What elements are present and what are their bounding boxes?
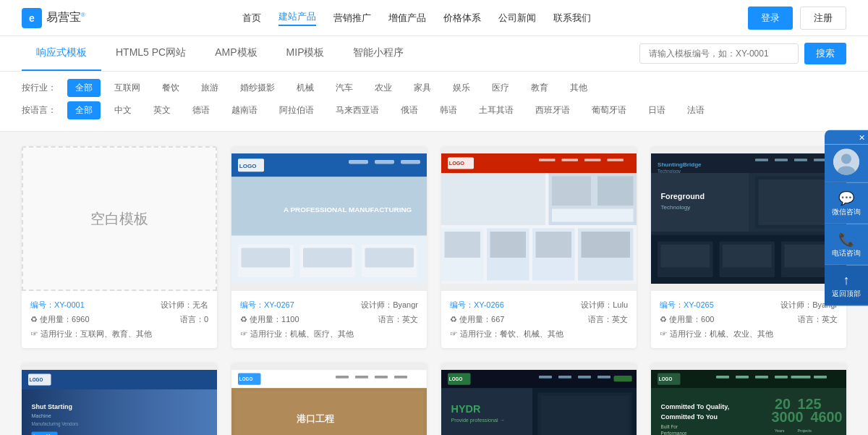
industry-tag-all[interactable]: 全部: [67, 79, 101, 97]
thumb-xy0266[interactable]: LOGO: [441, 146, 637, 291]
avatar-icon: [833, 148, 859, 174]
svg-rect-42: [794, 159, 807, 161]
thumb-svg-xy0262: LOGO HYDR Provide professional → PRODUCT…: [441, 363, 637, 435]
float-phone[interactable]: 📞 电话咨询: [825, 224, 868, 265]
industry-tag-agriculture[interactable]: 农业: [367, 79, 400, 97]
language-tag-russian[interactable]: 俄语: [393, 101, 426, 119]
card-language-xy0265: 语言：英文: [798, 313, 838, 327]
float-close-btn[interactable]: ✕: [825, 130, 868, 144]
industry-tag-education[interactable]: 教育: [523, 79, 556, 97]
svg-rect-4: [349, 160, 368, 164]
svg-rect-35: [582, 232, 631, 258]
svg-text:LOGO: LOGO: [449, 160, 465, 166]
language-tag-english[interactable]: 英文: [145, 101, 179, 119]
tab-html5[interactable]: HTML5 PC网站: [101, 36, 200, 71]
filters: 按行业： 全部 互联网 餐饮 旅游 婚纱摄影 机械 汽车 农业 家具 娱乐 医疗…: [0, 72, 868, 132]
language-tag-chinese[interactable]: 中文: [106, 101, 140, 119]
svg-rect-6: [401, 160, 420, 164]
blank-thumb[interactable]: 空白模板: [22, 146, 217, 291]
nav-marketing[interactable]: 营销推广: [333, 12, 371, 25]
thumb-xy0265[interactable]: ShuntingBridge Technology Foreground Tec…: [651, 146, 846, 291]
search-button[interactable]: 搜索: [804, 43, 846, 64]
tab-mip[interactable]: MIP模板: [272, 36, 339, 71]
card-language-xy0001: 语言：0: [180, 313, 208, 327]
card-language-xy0266: 语言：英文: [588, 313, 628, 327]
card-usage-xy0001: ♻ 使用量：6960: [30, 313, 90, 327]
language-tag-french[interactable]: 法语: [679, 101, 712, 119]
register-button[interactable]: 注册: [800, 7, 846, 30]
language-tag-all[interactable]: 全部: [67, 101, 101, 119]
industry-tag-furniture[interactable]: 家具: [406, 79, 439, 97]
svg-text:LOGO: LOGO: [239, 377, 253, 382]
svg-point-156: [841, 153, 851, 164]
thumb-xy0260[interactable]: LOGO Committed To Quality, Committed To …: [651, 363, 846, 435]
card-info-xy0267: 编号：XY-0267 设计师：Byangr ♻ 使用量：1100 语言：英文 ☞…: [231, 291, 427, 348]
card-language-xy0267: 语言：英文: [378, 313, 418, 327]
industry-tag-entertainment[interactable]: 娱乐: [445, 79, 478, 97]
industry-tag-car[interactable]: 汽车: [328, 79, 361, 97]
svg-rect-104: [578, 376, 591, 379]
float-wechat-label: 微信咨询: [827, 207, 865, 216]
language-tag-german[interactable]: 德语: [184, 101, 218, 119]
template-card-xy0262: LOGO HYDR Provide professional → PRODUCT…: [441, 363, 637, 435]
float-back-top[interactable]: ↑ 返回顶部: [825, 265, 868, 305]
language-tag-japanese[interactable]: 日语: [640, 101, 673, 119]
industry-tag-medical[interactable]: 医疗: [484, 79, 517, 97]
nav-products[interactable]: 建站产品: [278, 10, 316, 26]
svg-text:ShuntingBridge: ShuntingBridge: [658, 161, 702, 168]
industry-tag-other[interactable]: 其他: [562, 79, 595, 97]
language-filter-row: 按语言： 全部 中文 英文 德语 越南语 阿拉伯语 马来西亚语 俄语 韩语 土耳…: [22, 101, 846, 119]
industry-tag-internet[interactable]: 互联网: [106, 79, 148, 97]
nav-news[interactable]: 公司新闻: [498, 12, 536, 25]
svg-text:Machine: Machine: [32, 413, 51, 419]
float-wechat[interactable]: 💬 微信咨询: [825, 182, 868, 224]
svg-rect-46: [651, 173, 749, 232]
logo-icon: e: [22, 8, 42, 28]
language-tag-vietnamese[interactable]: 越南语: [224, 101, 265, 119]
close-icon: ✕: [859, 132, 865, 141]
card-designer-xy0267: 设计师：Byangr: [361, 298, 418, 313]
language-tag-malay[interactable]: 马来西亚语: [328, 101, 387, 119]
tab-miniapp[interactable]: 智能小程序: [339, 36, 418, 71]
nav-value[interactable]: 增值产品: [388, 12, 426, 25]
industry-tag-machinery[interactable]: 机械: [289, 79, 322, 97]
industry-tag-food[interactable]: 餐饮: [154, 79, 187, 97]
svg-text:LOGO: LOGO: [239, 163, 257, 169]
svg-rect-106: [614, 376, 632, 381]
industry-tag-photo[interactable]: 婚纱摄影: [232, 79, 283, 97]
language-tag-korean[interactable]: 韩语: [432, 101, 465, 119]
card-industry-xy0266: ☞ 适用行业：餐饮、机械、其他: [450, 327, 628, 342]
nav-home[interactable]: 首页: [242, 12, 261, 25]
thumb-xy0263[interactable]: LOGO 港口工程 港口设施 工程案例: [231, 363, 427, 435]
tab-responsive[interactable]: 响应式模板: [22, 36, 101, 71]
card-industry-xy0265: ☞ 适用行业：机械、农业、其他: [660, 327, 838, 342]
svg-rect-105: [597, 376, 610, 379]
svg-rect-85: [375, 376, 388, 379]
float-phone-label: 电话咨询: [827, 248, 865, 257]
search-input[interactable]: [639, 43, 799, 64]
tabs-bar: 响应式模板 HTML5 PC网站 AMP模板 MIP模板 智能小程序 搜索: [0, 36, 868, 72]
logo-text: 易营宝®: [46, 10, 85, 25]
thumb-svg-xy0263: LOGO 港口工程 港口设施 工程案例: [231, 363, 427, 435]
login-button[interactable]: 登录: [748, 7, 793, 30]
industry-tag-travel[interactable]: 旅游: [193, 79, 226, 97]
svg-text:Years: Years: [775, 428, 785, 433]
svg-rect-102: [539, 376, 552, 379]
nav-contact[interactable]: 联系我们: [553, 12, 591, 25]
language-tag-turkish[interactable]: 土耳其语: [471, 101, 522, 119]
nav-pricing[interactable]: 价格体系: [443, 12, 481, 25]
thumb-xy0262[interactable]: LOGO HYDR Provide professional → PRODUCT…: [441, 363, 637, 435]
language-tag-arabic[interactable]: 阿拉伯语: [271, 101, 322, 119]
language-tag-portuguese[interactable]: 葡萄牙语: [584, 101, 634, 119]
svg-rect-27: [552, 209, 634, 222]
svg-rect-33: [490, 232, 527, 258]
blank-label: 空白模板: [90, 209, 148, 229]
language-filter-label: 按语言：: [22, 104, 61, 117]
card-id-xy0265: 编号：XY-0265: [660, 298, 714, 313]
thumb-xy0267[interactable]: LOGO A PROFESSIONAL MANUFACTURING: [231, 146, 427, 291]
language-tag-spanish[interactable]: 西班牙语: [527, 101, 578, 119]
template-card-xy0264: LOGO Shut Starting Machine Manufacturing…: [22, 363, 217, 435]
svg-rect-41: [775, 159, 788, 161]
tab-amp[interactable]: AMP模板: [200, 36, 271, 71]
thumb-xy0264[interactable]: LOGO Shut Starting Machine Manufacturing…: [22, 363, 217, 435]
